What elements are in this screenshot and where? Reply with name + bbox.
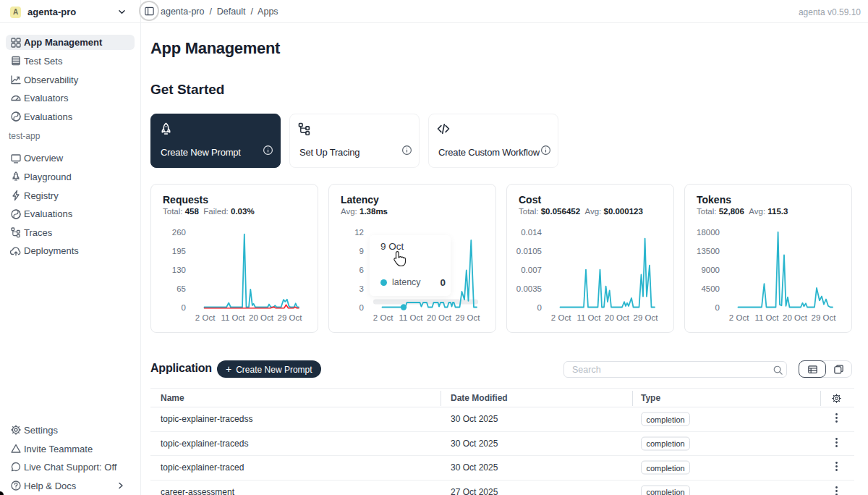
svg-text:0: 0: [715, 303, 720, 312]
svg-text:11 Oct: 11 Oct: [399, 313, 423, 322]
svg-text:0.0105: 0.0105: [516, 247, 542, 255]
svg-text:260: 260: [172, 228, 186, 237]
svg-text:0.007: 0.007: [521, 266, 542, 274]
svg-text:29 Oct: 29 Oct: [278, 313, 303, 322]
svg-text:65: 65: [176, 284, 186, 293]
svg-text:11 Oct: 11 Oct: [754, 313, 779, 322]
svg-text:3: 3: [359, 284, 364, 293]
svg-text:2 Oct: 2 Oct: [373, 313, 393, 322]
svg-text:20 Oct: 20 Oct: [427, 313, 452, 322]
svg-text:20 Oct: 20 Oct: [249, 313, 274, 322]
svg-text:12: 12: [354, 228, 364, 237]
svg-text:0: 0: [182, 303, 186, 312]
svg-text:0.014: 0.014: [521, 228, 542, 237]
svg-text:9: 9: [359, 247, 364, 255]
svg-text:130: 130: [172, 266, 186, 274]
svg-text:11 Oct: 11 Oct: [221, 313, 245, 322]
svg-text:29 Oct: 29 Oct: [456, 313, 481, 322]
svg-text:2 Oct: 2 Oct: [551, 313, 571, 322]
svg-text:29 Oct: 29 Oct: [634, 313, 659, 322]
svg-text:20 Oct: 20 Oct: [605, 313, 630, 322]
svg-text:4500: 4500: [701, 284, 720, 293]
svg-text:0: 0: [537, 303, 542, 312]
svg-text:18000: 18000: [697, 228, 720, 237]
svg-text:0.0035: 0.0035: [516, 284, 542, 293]
svg-text:29 Oct: 29 Oct: [812, 313, 837, 322]
svg-text:20 Oct: 20 Oct: [783, 313, 808, 322]
svg-text:11 Oct: 11 Oct: [576, 313, 601, 322]
svg-text:0: 0: [359, 303, 364, 312]
svg-text:9000: 9000: [701, 266, 720, 274]
svg-text:195: 195: [172, 247, 186, 255]
svg-text:2 Oct: 2 Oct: [729, 313, 749, 322]
svg-text:13500: 13500: [697, 247, 720, 255]
svg-text:6: 6: [359, 266, 364, 274]
svg-text:2 Oct: 2 Oct: [195, 313, 216, 322]
